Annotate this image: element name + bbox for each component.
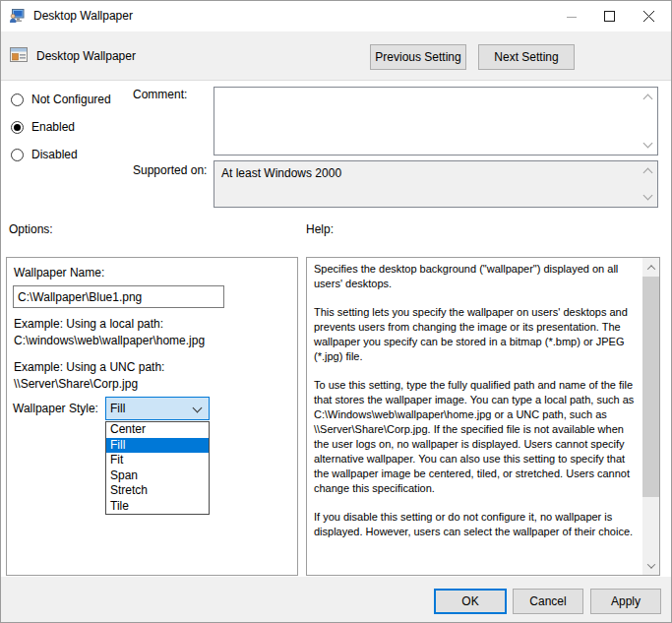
scroll-up-button[interactable] [642, 259, 659, 276]
dialog-body: Not Configured Enabled Disabled Comment:… [1, 81, 671, 577]
comment-label: Comment: [133, 88, 187, 101]
options-panel: Wallpaper Name: Example: Using a local p… [6, 257, 298, 576]
style-option-span[interactable]: Span [106, 468, 209, 484]
chevron-up-icon [646, 265, 654, 273]
help-scrollbar[interactable] [642, 258, 659, 575]
style-option-center[interactable]: Center [106, 422, 209, 438]
setting-title: Desktop Wallpaper [36, 49, 136, 63]
supported-scroll-down-icon[interactable] [643, 191, 653, 201]
chevron-down-icon [646, 560, 654, 568]
help-paragraph: This setting lets you specify the wallpa… [314, 305, 638, 364]
comment-input[interactable] [214, 87, 658, 156]
radio-circle-not-configured [11, 93, 24, 106]
wallpaper-name-label: Wallpaper Name: [14, 266, 104, 280]
header-band: Desktop Wallpaper Previous Setting Next … [1, 31, 671, 81]
style-option-tile[interactable]: Tile [106, 499, 209, 515]
example-local-path: C:\windows\web\wallpaper\home.jpg [14, 334, 205, 347]
wallpaper-name-input[interactable] [13, 285, 224, 308]
group-policy-app-icon [9, 8, 25, 24]
example-local-caption: Example: Using a local path: [14, 317, 163, 331]
help-paragraph: If you disable this setting or do not co… [314, 510, 638, 539]
apply-button[interactable]: Apply [590, 589, 661, 614]
minimize-button[interactable] [553, 1, 590, 31]
supported-on-label: Supported on: [133, 163, 207, 177]
example-unc-caption: Example: Using a UNC path: [14, 360, 164, 374]
style-option-fill[interactable]: Fill [106, 438, 209, 454]
help-paragraph: To use this setting, type the fully qual… [314, 378, 638, 496]
help-paragraph: Specifies the desktop background ("wallp… [314, 262, 638, 291]
options-section-label: Options: [9, 222, 53, 236]
example-unc-path: \\Server\Share\Corp.jpg [14, 377, 138, 391]
radio-circle-disabled [11, 149, 24, 161]
help-text: Specifies the desktop background ("wallp… [307, 258, 642, 575]
titlebar: Desktop Wallpaper [1, 1, 671, 31]
scrollbar-thumb[interactable] [642, 277, 659, 497]
policy-setting-icon [9, 45, 29, 68]
supported-on-value: At least Windows 2000 [221, 166, 636, 180]
supported-on-field: At least Windows 2000 [214, 160, 658, 208]
wallpaper-style-dropdown-list: Center Fill Fit Span Stretch Tile [105, 421, 210, 515]
style-option-fit[interactable]: Fit [106, 453, 209, 468]
wallpaper-style-value: Fill [110, 402, 125, 415]
help-panel: Specifies the desktop background ("wallp… [306, 257, 660, 576]
style-option-stretch[interactable]: Stretch [106, 483, 209, 499]
radio-disabled[interactable]: Disabled [11, 147, 78, 162]
maximize-button[interactable] [590, 1, 628, 31]
help-section-label: Help: [306, 222, 334, 236]
chevron-down-icon [193, 404, 203, 413]
supported-scroll-up-icon[interactable] [643, 168, 653, 178]
comment-scroll-down-icon[interactable] [643, 139, 653, 149]
window-title: Desktop Wallpaper [33, 9, 133, 23]
scroll-down-button[interactable] [642, 557, 659, 574]
next-setting-button[interactable]: Next Setting [478, 44, 575, 70]
radio-not-configured[interactable]: Not Configured [11, 92, 111, 107]
wallpaper-style-combobox[interactable]: Fill [105, 397, 210, 420]
radio-enabled[interactable]: Enabled [11, 119, 75, 135]
wallpaper-style-label: Wallpaper Style: [13, 402, 98, 415]
cancel-button[interactable]: Cancel [513, 589, 583, 614]
close-button[interactable] [630, 1, 667, 31]
radio-circle-enabled [11, 121, 24, 134]
desktop-wallpaper-dialog: Desktop Wallpaper Desktop Wallpaper P [0, 0, 672, 623]
ok-button[interactable]: OK [434, 589, 507, 614]
comment-scroll-up-icon[interactable] [643, 94, 653, 104]
previous-setting-button[interactable]: Previous Setting [370, 44, 466, 70]
footer-bar: OK Cancel Apply [1, 577, 671, 623]
